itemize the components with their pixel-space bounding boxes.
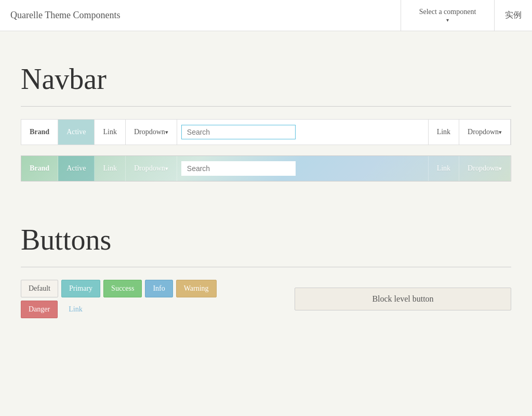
btn-danger[interactable]: Danger bbox=[21, 301, 58, 318]
navbar-demo-colored: Brand Active Link Dropdown Link Dropdown bbox=[21, 155, 511, 181]
btn-info[interactable]: Info bbox=[145, 280, 172, 297]
navbar-section-title: Navbar bbox=[21, 62, 511, 96]
btn-default[interactable]: Default bbox=[21, 280, 58, 297]
top-navigation: Quarelle Theme Components Select a compo… bbox=[0, 0, 532, 31]
nav-link-right-colored[interactable]: Link bbox=[429, 156, 459, 181]
nav-active-colored[interactable]: Active bbox=[58, 156, 95, 181]
main-content: Navbar Brand Active Link Dropdown Link D… bbox=[0, 31, 532, 181]
btn-success[interactable]: Success bbox=[103, 280, 142, 297]
nav-dropdown-right-colored[interactable]: Dropdown bbox=[459, 156, 511, 181]
buttons-row: Default Primary Success Info Warning Dan… bbox=[21, 280, 237, 318]
component-select-arrow: ▾ bbox=[446, 17, 449, 23]
nav-search-input-light[interactable] bbox=[181, 125, 296, 139]
nav-link-light[interactable]: Link bbox=[95, 120, 125, 145]
buttons-section-title: Buttons bbox=[21, 223, 511, 256]
nav-dropdown-colored[interactable]: Dropdown bbox=[126, 156, 177, 181]
buttons-demo-area: Default Primary Success Info Warning Dan… bbox=[21, 280, 511, 318]
nav-search-light bbox=[177, 120, 429, 145]
buttons-section: Buttons Default Primary Success Info War… bbox=[0, 192, 532, 318]
nav-search-input-colored[interactable] bbox=[181, 161, 296, 176]
nav-link-right-light[interactable]: Link bbox=[429, 120, 459, 145]
language-toggle[interactable]: 实例 bbox=[495, 0, 532, 31]
component-select[interactable]: Select a component ▾ bbox=[401, 0, 495, 31]
navbar-divider bbox=[21, 106, 511, 107]
nav-dropdown-light[interactable]: Dropdown bbox=[126, 120, 177, 145]
component-select-label: Select a component bbox=[419, 8, 476, 16]
btn-block[interactable]: Block level button bbox=[295, 288, 511, 310]
btn-link[interactable]: Link bbox=[61, 301, 90, 318]
btn-primary[interactable]: Primary bbox=[61, 280, 100, 297]
btn-block-container: Block level button bbox=[295, 288, 511, 310]
top-nav-brand: Quarelle Theme Components bbox=[0, 0, 401, 31]
nav-active-light[interactable]: Active bbox=[58, 120, 95, 145]
nav-search-colored bbox=[177, 156, 429, 181]
nav-link-colored[interactable]: Link bbox=[95, 156, 125, 181]
top-nav-brand-text: Quarelle Theme Components bbox=[10, 10, 121, 21]
nav-dropdown-right-light[interactable]: Dropdown bbox=[459, 120, 511, 145]
btn-warning[interactable]: Warning bbox=[176, 280, 217, 297]
navbar-section: Navbar Brand Active Link Dropdown Link D… bbox=[21, 62, 511, 181]
nav-brand-light[interactable]: Brand bbox=[21, 120, 58, 145]
navbar-demo-light: Brand Active Link Dropdown Link Dropdown bbox=[21, 119, 511, 145]
language-label: 实例 bbox=[505, 10, 522, 21]
buttons-divider bbox=[21, 267, 511, 267]
nav-brand-colored[interactable]: Brand bbox=[21, 156, 58, 181]
